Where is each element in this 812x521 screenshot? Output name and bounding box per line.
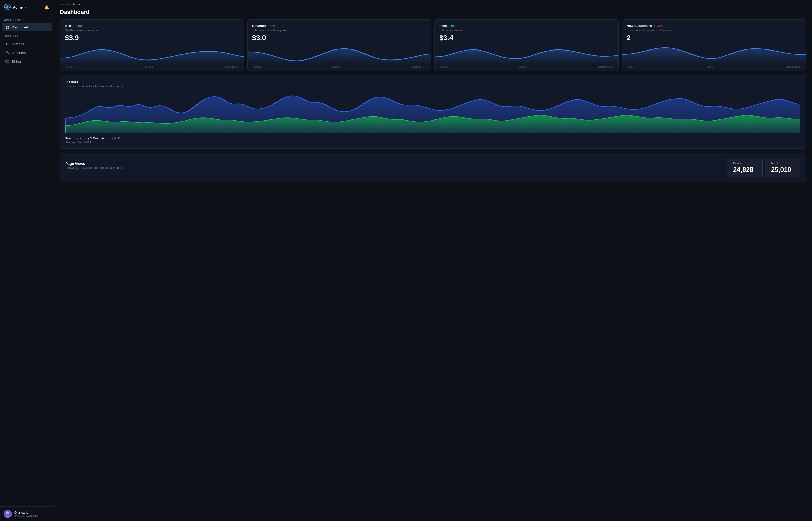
mrr-desc: Monthly recurring revenue: [65, 29, 239, 32]
trending-text: Trending up by 5.2% this month ↗: [65, 136, 801, 140]
svg-rect-6: [7, 26, 9, 27]
fees-chart: [435, 44, 619, 65]
label-jun: June 24: [332, 66, 340, 68]
new-customers-chart-labels: April 24 June 24 September 24: [627, 65, 801, 71]
label-sep: September 24: [411, 66, 425, 68]
breadcrumb-separator: ›: [70, 3, 71, 6]
fees-card: Fees ↑ 9% Total fees collected $3.4: [435, 20, 619, 71]
new-customers-chart: [622, 44, 806, 65]
sidebar-section-application: Application: [0, 15, 53, 23]
new-customers-title: New Customers: [627, 24, 652, 28]
label-apr: April 24: [253, 66, 261, 68]
members-icon: [5, 50, 9, 54]
trending-date: January - June 2024: [65, 141, 801, 144]
mrr-value: $3.9: [65, 34, 239, 42]
mobile-value: 25,010: [771, 166, 794, 174]
mrr-chart-labels: April 24 June 24 September 24: [65, 65, 239, 71]
settings-icon: ⚙: [5, 42, 9, 46]
svg-point-13: [6, 511, 9, 514]
breadcrumb: Home › Acme: [60, 3, 806, 6]
mrr-card: MRR ↑ 20% Monthly recurring revenue $3.9: [60, 20, 244, 71]
topbar: Home › Acme: [54, 0, 812, 6]
svg-rect-7: [6, 27, 7, 29]
app-name: Acme: [13, 5, 23, 9]
fees-card-header: Fees ↑ 9%: [439, 24, 614, 28]
page-title: Dashboard: [54, 7, 812, 20]
sidebar-item-label: Billing: [12, 60, 21, 63]
sidebar-item-label: Settings: [12, 42, 24, 46]
new-customers-card: New Customers ↓ -25% Customers who signe…: [622, 20, 806, 71]
svg-rect-8: [7, 27, 9, 29]
label-apr: April 24: [66, 66, 74, 68]
label-apr: April 24: [440, 66, 448, 68]
mrr-card-header: MRR ↑ 20%: [65, 24, 239, 28]
sidebar-item-label: Dashboard: [12, 25, 28, 29]
mobile-label: Mobile: [771, 161, 794, 165]
svg-rect-11: [6, 62, 7, 62]
user-details: Giancarlo owner@makerkit.dev: [14, 511, 39, 517]
svg-point-9: [6, 51, 8, 53]
label-jun: June 24: [144, 66, 153, 68]
sidebar-item-label: Members: [12, 51, 26, 54]
pageviews-title: Page Views: [65, 161, 123, 166]
sidebar: Acme ⌄ 🔔 Application Dashboard Settings …: [0, 0, 54, 521]
dashboard-icon: [5, 25, 9, 29]
sidebar-logo[interactable]: Acme ⌄: [4, 4, 27, 11]
user-name: Giancarlo: [14, 511, 39, 514]
fees-value: $3.4: [439, 34, 614, 42]
label-sep: September 24: [785, 66, 800, 68]
sidebar-item-dashboard[interactable]: Dashboard: [2, 23, 52, 31]
label-jun: June 24: [706, 66, 715, 68]
pageviews-right: Desktop 24,828 Mobile 25,010: [725, 158, 801, 177]
sidebar-item-members[interactable]: Members: [2, 48, 52, 56]
chevron-down-icon: ⌄: [25, 6, 27, 9]
desktop-stat: Desktop 24,828: [727, 158, 763, 177]
breadcrumb-current: Acme: [72, 3, 80, 6]
desktop-value: 24,828: [733, 166, 756, 174]
billing-icon: [5, 59, 9, 63]
visitors-title: Visitors: [65, 80, 801, 84]
sidebar-item-settings[interactable]: ⚙ Settings: [2, 40, 52, 48]
sidebar-section-settings: Settings: [0, 31, 53, 40]
revenue-desc: Total revenue including fees: [252, 29, 427, 32]
fees-badge: ↑ 9%: [449, 24, 455, 27]
chevron-updown-icon[interactable]: ⇅: [47, 512, 50, 516]
mobile-stat: Mobile 25,010: [765, 158, 801, 177]
pageviews-desc: Showing total visitors for the last 3 mo…: [65, 166, 123, 170]
breadcrumb-home[interactable]: Home: [60, 3, 68, 6]
revenue-card-header: Revenue ↑ 12%: [252, 24, 427, 28]
new-customers-desc: Customers who signed up this month: [627, 29, 801, 32]
desktop-label: Desktop: [733, 161, 756, 165]
mrr-chart: [60, 44, 244, 65]
visitors-footer: Trending up by 5.2% this month ↗ January…: [65, 136, 801, 144]
label-jun: June 24: [519, 66, 527, 68]
revenue-title: Revenue: [252, 24, 266, 28]
revenue-value: $3.0: [252, 34, 427, 42]
sidebar-item-billing[interactable]: Billing: [2, 57, 52, 65]
bell-icon[interactable]: 🔔: [44, 5, 49, 10]
main-content: Home › Acme Dashboard MRR ↑ 20% Monthly …: [54, 0, 812, 521]
avatar: [4, 510, 12, 518]
revenue-chart: [248, 44, 432, 65]
new-customers-value: 2: [627, 34, 801, 42]
svg-rect-10: [6, 60, 9, 63]
mrr-title: MRR: [65, 24, 72, 28]
visitors-desc: Showing total visitors for the last 6 mo…: [65, 85, 801, 88]
user-info[interactable]: Giancarlo owner@makerkit.dev: [4, 510, 39, 518]
cards-row: MRR ↑ 20% Monthly recurring revenue $3.9: [54, 20, 812, 75]
fees-chart-labels: April 24 June 24 September 24: [439, 65, 614, 71]
fees-title: Fees: [439, 24, 447, 28]
mrr-badge: ↑ 20%: [75, 24, 83, 27]
label-sep: September 24: [224, 66, 238, 68]
svg-rect-5: [6, 26, 7, 27]
label-sep: September 24: [598, 66, 613, 68]
new-customers-badge: ↓ -25%: [654, 24, 663, 27]
sidebar-footer: Giancarlo owner@makerkit.dev ⇅: [0, 506, 53, 521]
visitors-chart: [65, 92, 801, 133]
fees-desc: Total fees collected: [439, 29, 614, 32]
trending-icon: ↗: [117, 136, 120, 140]
new-customers-card-header: New Customers ↓ -25%: [627, 24, 801, 28]
pageviews-left: Page Views Showing total visitors for th…: [65, 161, 123, 174]
revenue-chart-labels: April 24 June 24 September 24: [252, 65, 427, 71]
revenue-badge: ↑ 12%: [268, 24, 276, 27]
